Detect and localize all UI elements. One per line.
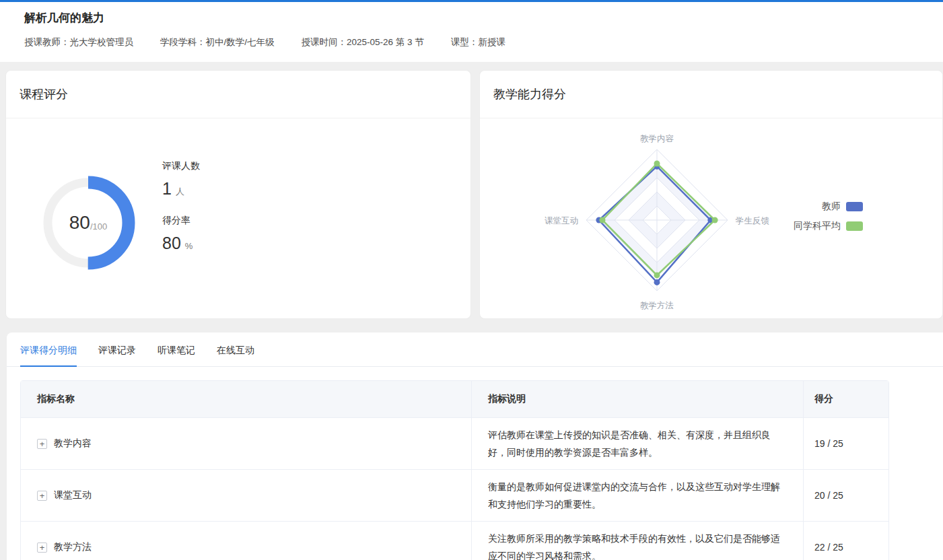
radar-axis-label-bottom: 教学方法: [640, 301, 674, 310]
legend-label: 同学科平均: [794, 220, 841, 232]
donut-center-text: 80 /100: [38, 172, 139, 273]
legend-swatch: [846, 221, 863, 231]
stat-raters-label: 评课人数: [162, 160, 200, 172]
score-max: /100: [90, 221, 107, 232]
indicator-description: 关注教师所采用的教学策略和技术手段的有效性，以及它们是否能够适应不同的学习风格和…: [472, 522, 804, 560]
page-header: 解析几何的魅力 授课教师：光大学校管理员 学段学科：初中/数学/七年级 授课时间…: [0, 2, 943, 62]
teaching-ability-card-body: 教学内容学生反馈教学方法课堂互动 教师同学科平均: [480, 118, 942, 318]
indicator-description: 评估教师在课堂上传授的知识是否准确、相关、有深度，并且组织良好，同时使用的教学资…: [472, 418, 804, 470]
table-row-1-name: +课堂互动: [21, 470, 472, 522]
course-score-card-title: 课程评分: [6, 71, 470, 118]
legend-swatch: [846, 202, 863, 211]
indicator-name: 课堂互动: [54, 489, 92, 501]
tab-3[interactable]: 在线互动: [217, 345, 254, 366]
tab-1[interactable]: 评课记录: [98, 345, 136, 366]
legend-label: 教师: [822, 201, 841, 213]
expand-row-button[interactable]: +: [37, 542, 47, 553]
radar-axis-label-top: 教学内容: [640, 134, 674, 143]
expand-row-button[interactable]: +: [37, 491, 47, 501]
table-header-2: 得分: [804, 381, 888, 418]
course-meta: 授课教师：光大学校管理员 学段学科：初中/数学/七年级 授课时间：2025-05…: [24, 36, 919, 48]
indicator-name: 教学内容: [54, 438, 92, 450]
stat-rate-value: 80%: [162, 234, 200, 253]
teaching-ability-card-title: 教学能力得分: [480, 71, 942, 118]
page-title: 解析几何的魅力: [24, 10, 919, 26]
tab-bar: 评课得分明细评课记录听课笔记在线互动: [7, 332, 943, 367]
meta-subject: 学段学科：初中/数学/七年级: [160, 36, 275, 48]
score-detail-table: 指标名称指标说明得分+教学内容评估教师在课堂上传授的知识是否准确、相关、有深度，…: [20, 380, 889, 560]
expand-row-button[interactable]: +: [37, 439, 47, 449]
tab-2[interactable]: 听课笔记: [158, 345, 195, 366]
score-stats: 评课人数 1人 得分率 80%: [162, 160, 200, 269]
detail-panel: 评课得分明细评课记录听课笔记在线互动 指标名称指标说明得分+教学内容评估教师在课…: [7, 332, 943, 560]
meta-course-type: 课型：新授课: [451, 36, 505, 48]
tab-0[interactable]: 评课得分明细: [20, 345, 77, 367]
course-score-card-body: 80 /100 评课人数 1人 得分率 80%: [6, 118, 470, 318]
table-row-0-name: +教学内容: [21, 418, 472, 470]
indicator-score: 22 / 25: [804, 522, 888, 560]
stat-raters-value: 1人: [162, 179, 200, 199]
indicator-score: 19 / 25: [804, 418, 888, 470]
teaching-ability-card: 教学能力得分 教学内容学生反馈教学方法课堂互动 教师同学科平均: [479, 70, 943, 319]
legend-item-0[interactable]: 教师: [822, 201, 863, 213]
indicator-score: 20 / 25: [804, 470, 888, 522]
radar-legend: 教师同学科平均: [794, 201, 863, 232]
stat-rate-label: 得分率: [162, 215, 200, 227]
meta-time: 授课时间：2025-05-26 第 3 节: [302, 36, 424, 48]
score-donut-chart: 80 /100: [38, 172, 139, 273]
radar-axis-label-right: 学生反馈: [736, 216, 770, 225]
table-header-1: 指标说明: [472, 381, 804, 418]
score-value: 80: [69, 212, 90, 234]
meta-teacher: 授课教师：光大学校管理员: [24, 36, 133, 48]
summary-cards-row: 课程评分 80 /100 评课人数 1人 得分率 80% 教学能力得分: [5, 70, 943, 319]
radar-axis-label-left: 课堂互动: [545, 216, 578, 225]
indicator-description: 衡量的是教师如何促进课堂内的交流与合作，以及这些互动对学生理解和支持他们学习的重…: [472, 470, 804, 522]
table-header-0: 指标名称: [21, 381, 472, 418]
legend-item-1[interactable]: 同学科平均: [794, 220, 863, 232]
radar-chart: 教学内容学生反馈教学方法课堂互动: [480, 118, 942, 318]
indicator-name: 教学方法: [54, 541, 92, 553]
table-row-2-name: +教学方法: [21, 522, 472, 560]
course-score-card: 课程评分 80 /100 评课人数 1人 得分率 80%: [5, 70, 471, 319]
